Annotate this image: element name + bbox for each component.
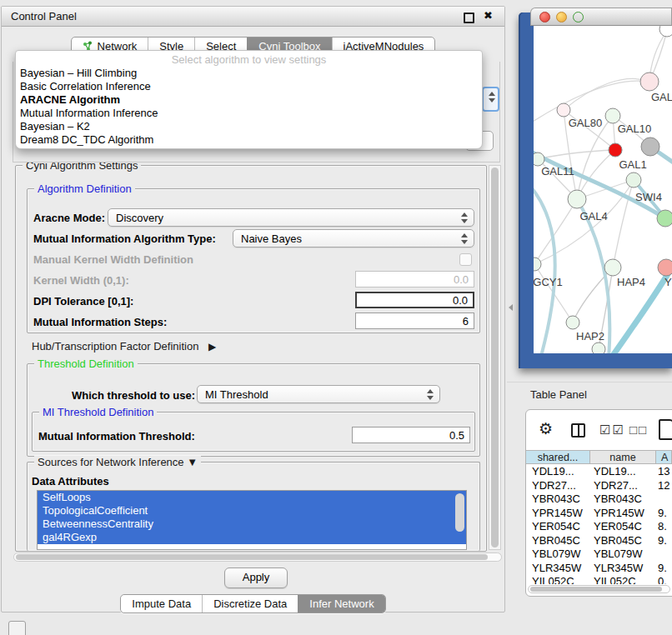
network-node-HAP4[interactable] [604, 259, 621, 276]
algorithm-option[interactable]: Bayesian – K2 [16, 120, 482, 133]
node-table-body[interactable]: YDL19...YDL19...13YDR27...YDR27...12YBR0… [526, 465, 672, 584]
tab-label: Infer Network [309, 595, 374, 612]
hub-definition-label: Hub/Transcription Factor Definition [32, 340, 198, 352]
table-settings-gear-icon[interactable]: ⚙ [539, 420, 553, 438]
hub-definition-expander[interactable]: Hub/Transcription Factor Definition ▶ [32, 340, 216, 352]
list-scrollbar-thumb[interactable] [455, 493, 464, 532]
tab-discretize-data[interactable]: Discretize Data [202, 595, 298, 612]
which-threshold-label: Which threshold to use: [72, 389, 195, 402]
table-cell: YLR345W [526, 562, 590, 576]
network-node-bottom-node[interactable] [592, 342, 605, 353]
minimize-traffic-light-icon[interactable] [556, 12, 567, 22]
aracne-mode-label: Aracne Mode: [33, 212, 105, 224]
table-row[interactable]: YDL19...YDL19...13 [526, 465, 672, 479]
table-row[interactable]: YPR145WYPR145W9. [526, 507, 672, 521]
mi-type-select[interactable]: Naive Bayes [233, 229, 474, 248]
table-horizontal-scrollbar[interactable] [528, 585, 670, 593]
table-row[interactable]: YIL052CYIL052C0. [526, 575, 672, 584]
mi-type-value: Naive Bayes [241, 232, 302, 245]
hidden-groupbox-edge-bottom [13, 162, 500, 162]
network-node-red-node[interactable] [609, 143, 622, 157]
network-window-titlebar[interactable] [530, 8, 672, 26]
algorithm-option[interactable]: ARACNE Algorithm [16, 93, 482, 107]
close-traffic-light-icon[interactable] [539, 12, 550, 22]
kernel-width-field[interactable]: 0.0 [355, 271, 474, 288]
minimized-window-icon[interactable] [8, 621, 26, 635]
control-panel-title: Control Panel [11, 10, 77, 22]
table-row[interactable]: YBR045CYBR045C9. [526, 534, 672, 548]
float-window-icon[interactable] [464, 12, 474, 23]
table-cell: YBL079W [526, 548, 590, 562]
column-header-clipped[interactable]: A [656, 450, 672, 464]
network-node-GCY1[interactable] [534, 258, 541, 271]
network-node-HAP2[interactable] [566, 316, 579, 329]
table-row[interactable]: YDR27...YDR27...12 [526, 479, 672, 493]
attribute-list-item[interactable]: TopologicalCoefficient [38, 504, 466, 518]
network-edge[interactable] [564, 79, 649, 110]
zoom-traffic-light-icon[interactable] [573, 12, 584, 22]
scrollbar-thumb[interactable] [530, 587, 662, 592]
scrollbar-thumb[interactable] [16, 554, 488, 560]
algorithm-option[interactable]: Basic Correlation Inference [16, 80, 482, 93]
select-all-rows-icon[interactable]: ☑☑ [599, 422, 625, 438]
algorithm-option[interactable]: Mutual Information Inference [16, 107, 482, 120]
node-label-HAP4: HAP4 [617, 276, 645, 288]
table-row[interactable]: YLR345WYLR345W9. [526, 562, 672, 576]
apply-button[interactable]: Apply [224, 568, 288, 588]
manual-kernel-checkbox[interactable] [459, 253, 472, 266]
column-visibility-icon[interactable] [571, 423, 585, 438]
network-node-gray-node[interactable] [641, 138, 659, 156]
deselect-all-rows-icon[interactable]: □□ [629, 422, 648, 437]
network-node-edge-node-top[interactable] [659, 26, 672, 37]
kernel-width-label: Kernel Width (0,1): [33, 274, 129, 287]
column-header-name[interactable]: name [590, 450, 656, 464]
settings-vertical-scrollbar[interactable] [489, 165, 501, 550]
settings-horizontal-scrollbar[interactable] [13, 552, 502, 562]
network-node-GAL4[interactable] [568, 190, 586, 208]
table-cell: YDR27... [590, 479, 656, 493]
data-attributes-list[interactable]: SelfLoopsTopologicalCoefficientBetweenne… [37, 490, 467, 550]
which-threshold-select[interactable]: MI Threshold [197, 385, 440, 403]
mi-steps-field[interactable]: 6 [355, 312, 474, 329]
network-node-GAL80[interactable] [557, 103, 570, 117]
node-label-salmon-right: Y [664, 276, 672, 288]
tab-impute-data[interactable]: Impute Data [121, 595, 202, 612]
data-attributes-label: Data Attributes [32, 475, 109, 488]
panel-divider-handle-icon[interactable] [509, 304, 513, 311]
column-header-shared-name[interactable]: shared... [526, 450, 590, 464]
table-cell: 12 [656, 479, 672, 493]
network-node-GAL11[interactable] [534, 152, 544, 166]
table-row[interactable]: YBL079WYBL079W [526, 548, 672, 562]
attribute-list-item[interactable]: gal4RGexp [38, 531, 466, 544]
attribute-list-item[interactable]: SelfLoops [38, 491, 466, 504]
algorithm-dropdown-items: Bayesian – Hill ClimbingBasic Correlatio… [16, 67, 482, 147]
table-row[interactable]: YBR043CYBR043C [526, 492, 672, 507]
table-cell: YLR345W [590, 562, 656, 576]
network-node-salmon-right[interactable] [658, 259, 672, 276]
tab-infer-network[interactable]: Infer Network [298, 595, 384, 612]
attribute-list-item[interactable]: BetweennessCentrality [38, 518, 466, 531]
network-graph[interactable]: GALGAL80GAL10GAL11GAL1GAL4GCY1HAP4YHAP2S… [534, 26, 672, 353]
function-builder-icon[interactable] [659, 419, 672, 440]
aracne-mode-select[interactable]: Discovery [108, 208, 474, 227]
hidden-combo-focus-button[interactable] [482, 87, 499, 112]
mi-threshold-field[interactable]: 0.5 [352, 427, 470, 443]
close-icon[interactable]: ✖ [484, 9, 493, 22]
table-cell: 9. [656, 562, 672, 576]
table-row[interactable]: YER054CYER054C8. [526, 520, 672, 534]
network-edge[interactable] [538, 150, 615, 159]
bottom-tabs: Impute DataDiscretize DataInfer Network [120, 594, 385, 613]
aracne-mode-value: Discovery [116, 212, 163, 224]
expand-arrow-icon: ▶ [208, 341, 216, 352]
dpi-tolerance-field[interactable]: 0.0 [355, 292, 474, 308]
table-cell: YPR145W [526, 507, 590, 521]
network-node-gal-pink[interactable] [640, 72, 659, 91]
network-node-GAL1[interactable] [626, 172, 641, 188]
network-node-green-right[interactable] [657, 210, 672, 227]
algorithm-option[interactable]: Bayesian – Hill Climbing [16, 67, 482, 80]
network-node-GAL10[interactable] [605, 108, 620, 123]
network-canvas[interactable]: GALGAL80GAL10GAL11GAL1GAL4GCY1HAP4YHAP2S… [534, 26, 672, 353]
scrollbar-thumb[interactable] [491, 168, 499, 548]
sources-group-title[interactable]: Sources for Network Inference ▼ [34, 456, 201, 468]
algorithm-option[interactable]: Dream8 DC_TDC Algorithm [16, 133, 482, 147]
